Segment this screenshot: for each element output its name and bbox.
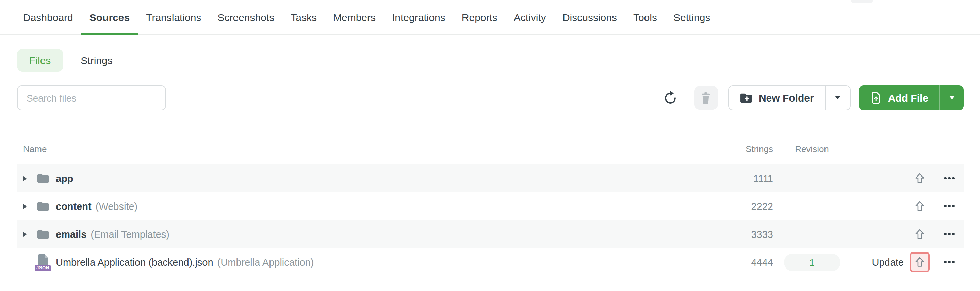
json-badge: JSON — [35, 265, 51, 271]
nav-item-members[interactable]: Members — [325, 0, 384, 34]
upload-button-highlighted[interactable] — [910, 252, 929, 272]
add-file-dropdown-button[interactable] — [939, 85, 964, 110]
refresh-button[interactable] — [663, 90, 678, 105]
files-table: Name Strings Revision app 1111 — [17, 123, 964, 276]
table-row-folder-app[interactable]: app 1111 — [17, 164, 964, 192]
new-folder-label: New Folder — [759, 92, 814, 104]
view-tabs: Files Strings — [17, 49, 980, 72]
nav-item-reports[interactable]: Reports — [453, 0, 506, 34]
nav-item-activity[interactable]: Activity — [506, 0, 554, 34]
update-link[interactable]: Update — [872, 257, 904, 267]
nav-item-translations[interactable]: Translations — [138, 0, 209, 34]
folder-plus-icon — [740, 92, 753, 103]
revision-badge[interactable]: 1 — [784, 253, 840, 271]
nav-item-tools[interactable]: Tools — [625, 0, 665, 34]
column-header-strings: Strings — [705, 144, 773, 154]
upload-button[interactable] — [912, 226, 927, 242]
folder-icon — [37, 229, 50, 240]
nav-item-settings[interactable]: Settings — [665, 0, 718, 34]
files-toolbar: New Folder Add File — [17, 85, 964, 110]
nav-item-discussions[interactable]: Discussions — [554, 0, 625, 34]
table-row-folder-emails[interactable]: emails (Email Templates) 3333 — [17, 220, 964, 248]
trash-icon — [701, 92, 711, 104]
new-folder-dropdown-button[interactable] — [825, 86, 850, 110]
table-row-folder-content[interactable]: content (Website) 2222 — [17, 192, 964, 220]
folder-note: (Email Templates) — [91, 229, 169, 240]
delete-button[interactable] — [694, 86, 718, 110]
chevron-down-icon — [835, 96, 840, 99]
row-menu-button[interactable] — [942, 174, 958, 182]
expand-caret-icon[interactable] — [23, 203, 31, 209]
new-folder-split-button: New Folder — [728, 85, 851, 110]
tab-strings[interactable]: Strings — [68, 49, 124, 72]
nav-item-sources[interactable]: Sources — [81, 0, 138, 34]
upload-arrow-icon — [914, 200, 924, 212]
upload-button[interactable] — [912, 170, 927, 186]
folder-name: app — [56, 173, 73, 184]
row-menu-button[interactable] — [942, 258, 958, 266]
row-menu-button[interactable] — [942, 202, 958, 210]
folder-icon — [37, 173, 50, 184]
top-edge-artifact — [851, 0, 873, 3]
file-upload-icon — [870, 91, 882, 104]
tab-files[interactable]: Files — [17, 49, 63, 72]
sources-files-page: Dashboard Sources Translations Screensho… — [0, 0, 980, 291]
file-name: Umbrella Application (backend).json — [56, 257, 213, 267]
folder-icon — [37, 201, 50, 212]
file-note: (Umbrella Application) — [218, 257, 314, 267]
expand-caret-icon[interactable] — [23, 176, 31, 181]
upload-arrow-icon — [914, 173, 924, 184]
table-row-file-umbrella-json[interactable]: JSON Umbrella Application (backend).json… — [17, 248, 964, 276]
chevron-down-icon — [949, 96, 955, 99]
row-menu-button[interactable] — [942, 230, 958, 238]
nav-item-tasks[interactable]: Tasks — [282, 0, 325, 34]
strings-count: 2222 — [705, 201, 773, 212]
upload-button[interactable] — [912, 198, 927, 214]
add-file-button[interactable]: Add File — [859, 85, 939, 110]
column-header-revision: Revision — [773, 144, 851, 154]
toolbar-actions: New Folder Add File — [663, 85, 964, 110]
table-header: Name Strings Revision — [17, 123, 964, 164]
folder-name: emails — [56, 229, 86, 240]
strings-count: 4444 — [705, 257, 773, 267]
refresh-icon — [663, 91, 677, 105]
nav-item-integrations[interactable]: Integrations — [384, 0, 453, 34]
strings-count: 1111 — [705, 173, 773, 184]
folder-name: content — [56, 201, 92, 212]
upload-arrow-icon — [914, 228, 924, 240]
add-file-label: Add File — [888, 92, 928, 104]
new-folder-button[interactable]: New Folder — [729, 86, 825, 110]
nav-item-screenshots[interactable]: Screenshots — [210, 0, 283, 34]
json-file-icon: JSON — [37, 254, 50, 270]
nav-item-dashboard[interactable]: Dashboard — [15, 0, 81, 34]
folder-note: (Website) — [95, 201, 138, 212]
upload-arrow-icon — [914, 256, 924, 268]
search-input[interactable] — [17, 85, 166, 110]
expand-caret-icon[interactable] — [23, 231, 31, 237]
strings-count: 3333 — [705, 229, 773, 240]
project-nav: Dashboard Sources Translations Screensho… — [0, 0, 980, 35]
add-file-split-button: Add File — [859, 85, 964, 110]
column-header-name: Name — [17, 144, 705, 154]
